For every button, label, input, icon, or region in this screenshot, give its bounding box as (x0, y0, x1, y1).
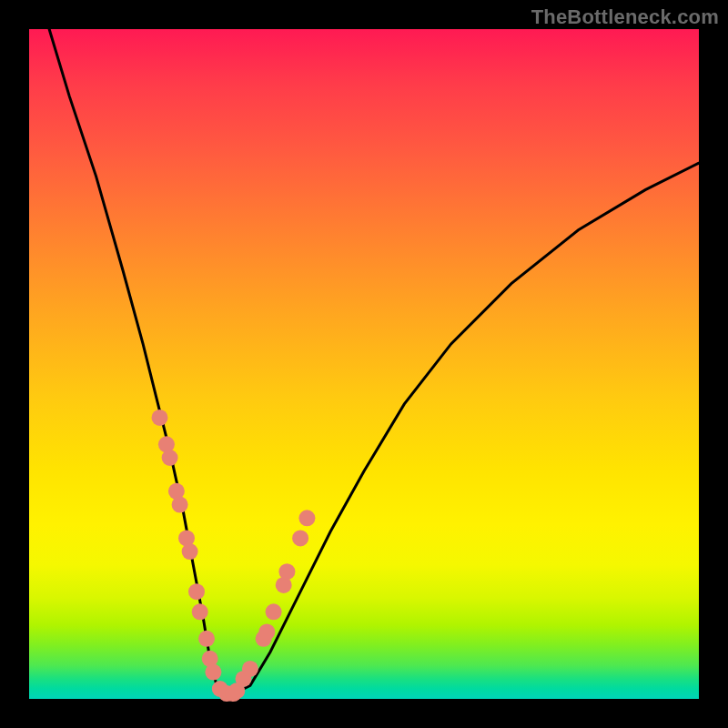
data-point (258, 623, 275, 640)
marker-group (152, 410, 316, 702)
data-point (172, 497, 188, 513)
watermark-text: TheBottleneck.com (531, 5, 719, 29)
data-point (188, 583, 205, 600)
plot-area (29, 29, 699, 699)
data-point (162, 450, 178, 466)
data-point (266, 603, 282, 620)
data-point (292, 530, 308, 546)
chart-svg (29, 29, 699, 699)
data-point (192, 603, 208, 620)
data-point (152, 410, 168, 426)
data-point (198, 631, 215, 647)
data-point (182, 543, 198, 560)
data-point (278, 563, 295, 580)
bottleneck-curve (49, 29, 699, 695)
data-point (242, 661, 258, 677)
chart-frame: TheBottleneck.com (0, 0, 728, 728)
data-point (205, 664, 221, 681)
data-point (298, 510, 315, 526)
